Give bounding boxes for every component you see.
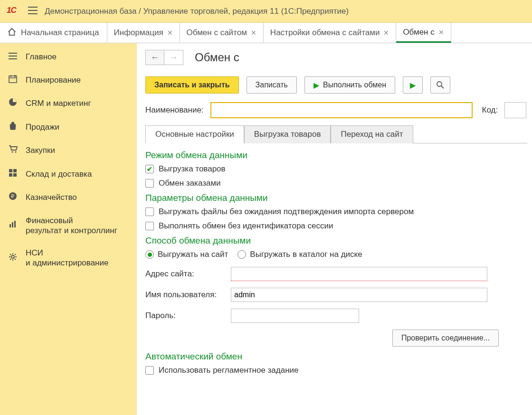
close-icon[interactable]: ✕: [383, 29, 389, 37]
play-icon: ▶: [410, 81, 416, 90]
checkbox-exchange-orders[interactable]: [145, 179, 154, 188]
tab-label: Обмен с: [403, 28, 434, 37]
svg-rect-7: [9, 173, 12, 177]
inner-tab-goto-site[interactable]: Переход на сайт: [331, 125, 413, 143]
checkbox-nowait[interactable]: [145, 208, 154, 216]
radio-upload-site[interactable]: [145, 250, 154, 259]
play-icon: ▶: [314, 81, 319, 90]
sidebar-item-finance[interactable]: Финансовый результат и контроллинг: [0, 209, 137, 242]
sidebar-item-warehouse[interactable]: Склад и доставка: [0, 162, 137, 186]
sidebar-item-label: Склад и доставка: [26, 169, 128, 179]
sidebar-item-label: Планирование: [26, 75, 128, 85]
sidebar-item-label: Финансовый результат и контроллинг: [26, 216, 128, 236]
svg-rect-12: [12, 222, 13, 227]
tab-label: Настройки обмена с сайтами: [270, 28, 380, 38]
site-address-input[interactable]: [231, 267, 487, 281]
name-label: Наименование:: [145, 105, 204, 115]
sidebar-item-label: CRM и маркетинг: [26, 98, 128, 108]
svg-rect-8: [13, 173, 17, 177]
home-tab-label: Начальная страница: [21, 28, 99, 38]
sidebar-item-label: Продажи: [26, 122, 128, 132]
site-address-label: Адрес сайта:: [145, 269, 231, 279]
svg-point-4: [15, 151, 16, 152]
radio-upload-disk[interactable]: [238, 250, 246, 259]
sidebar-item-main[interactable]: Главное: [0, 45, 137, 68]
radio-label: Выгружать на сайт: [158, 250, 228, 259]
ruble-icon: ₽: [9, 192, 26, 203]
close-icon[interactable]: ✕: [438, 28, 444, 36]
cart-icon: [9, 145, 26, 156]
home-tab[interactable]: Начальная страница: [0, 23, 107, 43]
tab-exchange-settings[interactable]: Настройки обмена с сайтами ✕: [264, 23, 397, 43]
sidebar-item-label: Закупки: [26, 145, 128, 155]
code-input[interactable]: [504, 102, 526, 118]
tab-label: Обмен с сайтом: [187, 28, 247, 38]
menu-icon[interactable]: [26, 7, 40, 16]
play-icon-button[interactable]: ▶: [403, 76, 423, 94]
logo-1c: 1C: [7, 6, 26, 17]
search-icon: [436, 81, 445, 89]
checkbox-label: Выполнять обмен без идентификатора сесси…: [159, 221, 333, 231]
home-icon: [8, 28, 16, 38]
gear-icon: [9, 253, 26, 264]
svg-point-14: [11, 255, 14, 258]
svg-text:₽: ₽: [11, 193, 14, 199]
sidebar-item-treasury[interactable]: ₽ Казначейство: [0, 186, 137, 209]
svg-rect-6: [13, 169, 17, 172]
sidebar-item-admin[interactable]: НСИ и администрирование: [0, 242, 137, 274]
checkbox-nosession[interactable]: [145, 222, 154, 230]
list-icon: [9, 51, 26, 62]
tab-exchange-with[interactable]: Обмен с ✕: [396, 23, 451, 43]
svg-point-15: [437, 82, 442, 86]
checkbox-export-goods[interactable]: ✔: [145, 165, 154, 173]
forward-button[interactable]: →: [164, 50, 183, 65]
svg-rect-5: [9, 169, 12, 172]
app-title: Демонстрационная база / Управление торго…: [45, 7, 349, 16]
check-connection-button[interactable]: Проверить соединение...: [392, 330, 499, 347]
checkbox-scheduled[interactable]: [145, 366, 154, 375]
checkbox-label: Использовать регламентное задание: [159, 366, 299, 375]
sidebar-item-label: Главное: [26, 52, 128, 62]
grid-icon: [9, 169, 26, 180]
search-button[interactable]: [430, 76, 450, 94]
main-content: ← → Обмен с Записать и закрыть Записать …: [137, 43, 532, 415]
tab-site-exchange[interactable]: Обмен с сайтом ✕: [180, 23, 264, 43]
svg-rect-13: [14, 221, 16, 227]
calendar-icon: ₽: [9, 75, 26, 86]
bars-icon: [9, 220, 26, 231]
sidebar-item-sales[interactable]: Продажи: [0, 115, 137, 139]
section-auto: Автоматический обмен: [145, 351, 527, 362]
name-input[interactable]: [210, 102, 473, 118]
section-params: Параметры обмена данными: [145, 193, 527, 203]
pie-icon: [9, 98, 26, 109]
checkbox-label: Обмен заказами: [159, 179, 221, 188]
checkbox-label: Выгружать файлы без ожидания подтвержден…: [159, 207, 414, 217]
svg-point-3: [11, 151, 13, 152]
inner-tab-main-settings[interactable]: Основные настройки: [145, 125, 244, 143]
tab-info[interactable]: Информация ✕: [107, 23, 180, 43]
close-icon[interactable]: ✕: [167, 29, 173, 37]
sidebar-item-crm[interactable]: CRM и маркетинг: [0, 92, 137, 115]
save-button[interactable]: Записать: [247, 76, 297, 94]
sidebar-item-purchases[interactable]: Закупки: [0, 139, 137, 162]
run-exchange-button[interactable]: ▶ Выполнить обмен: [304, 76, 395, 94]
tab-label: Информация: [114, 28, 163, 38]
section-mode: Режим обмена данными: [145, 150, 527, 160]
code-label: Код:: [482, 105, 498, 115]
sidebar-item-label: НСИ и администрирование: [26, 248, 128, 268]
form-title: Обмен с: [195, 51, 239, 64]
username-input[interactable]: [231, 288, 487, 302]
password-input[interactable]: [231, 309, 359, 323]
username-label: Имя пользователя:: [145, 290, 231, 300]
svg-rect-11: [10, 224, 11, 227]
section-method: Способ обмена данными: [145, 236, 527, 246]
inner-tab-export-goods[interactable]: Выгрузка товаров: [244, 125, 331, 143]
close-icon[interactable]: ✕: [251, 29, 256, 37]
sidebar-item-planning[interactable]: ₽ Планирование: [0, 68, 137, 92]
back-button[interactable]: ←: [145, 50, 164, 65]
save-and-close-button[interactable]: Записать и закрыть: [145, 76, 239, 94]
checkbox-label: Выгрузка товаров: [159, 164, 226, 174]
run-exchange-label: Выполнить обмен: [323, 81, 386, 89]
bag-icon: [9, 122, 26, 133]
radio-label: Выгружать в каталог на диске: [250, 250, 362, 259]
